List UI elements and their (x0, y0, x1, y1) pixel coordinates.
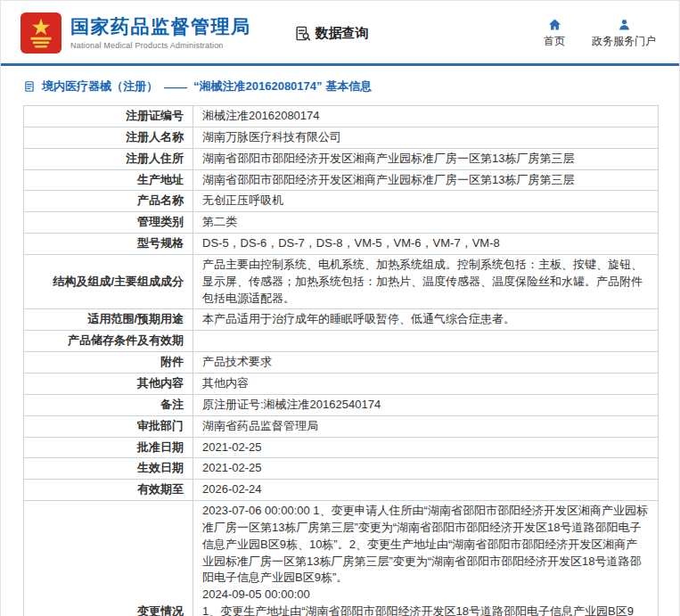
row-value: 原注册证号:湘械注准20162540174 (193, 394, 659, 415)
table-row: 生产地址湖南省邵阳市邵阳经济开发区湘商产业园标准厂房一区第13栋厂房第三层 (24, 169, 659, 191)
nav-item-label: 政务服务门户 (592, 34, 656, 49)
row-value: DS-5，DS-6，DS-7，DS-8，VM-5，VM-6，VM-7，VM-8 (193, 234, 659, 255)
row-label: 产品名称 (24, 191, 193, 212)
org-name-zh: 国家药品监督管理局 (70, 16, 251, 37)
table-row: 注册人名称湖南万脉医疗科技有限公司 (24, 127, 659, 148)
row-label: 注册证编号 (24, 106, 193, 127)
nav-item-label: 首页 (544, 34, 565, 49)
row-label-text: 型号规格 (137, 236, 184, 250)
row-value: 2021-02-25 (193, 458, 659, 480)
row-label-text: 生效日期 (137, 461, 184, 474)
row-label: 变更情况 (24, 501, 193, 616)
nav-item-home[interactable]: 首页 (544, 18, 565, 49)
row-label: 注册人名称 (24, 127, 193, 148)
registration-info-table: 注册证编号湘械注准20162080174注册人名称湖南万脉医疗科技有限公司注册人… (23, 105, 659, 616)
table-row: 注册证编号湘械注准20162080174 (24, 106, 659, 127)
row-label: 生效日期 (24, 458, 193, 480)
row-value: 其他内容 (193, 373, 659, 394)
row-label-text: 批准日期 (137, 440, 184, 454)
row-label-text: 产品储存条件及有效期 (68, 333, 184, 347)
top-nav: 首页 政务服务门户 (544, 18, 660, 49)
row-value: 2026-02-24 (193, 480, 659, 501)
row-label: 审批部门 (24, 415, 193, 437)
row-value: 产品技术要求 (193, 352, 659, 374)
table-row: 适用范围/预期用途本产品适用于治疗成年的睡眠呼吸暂停、低通气综合症患者。 (24, 309, 659, 331)
table-row: 变更情况2023-07-06 00:00:00 1、变更申请人住所由“湖南省邵阳… (24, 501, 659, 616)
nmpa-logo (20, 12, 61, 53)
nav-item-portal[interactable]: 政务服务门户 (592, 18, 656, 49)
table-row: 管理类别第二类 (24, 212, 659, 234)
row-label: 生产地址 (24, 169, 193, 191)
row-label-text: 注册人住所 (126, 152, 184, 165)
row-label-text: 有效期至 (137, 482, 184, 496)
table-row: 生效日期2021-02-25 (24, 458, 659, 480)
row-value: 2023-07-06 00:00:00 1、变更申请人住所由“湖南省邵阳市邵阳经… (193, 501, 659, 616)
breadcrumb-separator: —— (164, 80, 187, 94)
national-emblem-icon (20, 12, 61, 53)
row-label-text: 备注 (160, 398, 184, 411)
row-label: 产品储存条件及有效期 (24, 331, 193, 352)
row-label: 附件 (24, 352, 193, 374)
table-row: 审批部门湖南省药品监督管理局 (24, 415, 659, 437)
row-label-text: 审批部门 (137, 419, 184, 432)
row-label: 型号规格 (24, 234, 193, 255)
document-icon (23, 80, 36, 93)
row-label: 注册人住所 (24, 148, 193, 169)
row-value: 湖南万脉医疗科技有限公司 (193, 127, 659, 148)
table-row: 产品储存条件及有效期 (24, 331, 659, 352)
row-label-text: 注册人名称 (126, 130, 184, 144)
row-value: 2021-02-25 (193, 437, 659, 458)
row-label-text: 附件 (160, 355, 184, 368)
row-label-text: 其他内容 (137, 376, 184, 390)
data-query-tab[interactable]: 数据查询 (294, 25, 369, 42)
row-value: 湘械注准20162080174 (193, 106, 659, 127)
table-row: 备注原注册证号:湘械注准20162540174 (24, 394, 659, 415)
table-row: 注册人住所湖南省邵阳市邵阳经济开发区湘商产业园标准厂房一区第13栋厂房第三层 (24, 148, 659, 169)
data-query-label: 数据查询 (315, 25, 369, 42)
row-value: 湖南省药品监督管理局 (193, 415, 659, 437)
row-label: 其他内容 (24, 373, 193, 394)
document-search-icon (294, 25, 311, 42)
row-label: 有效期至 (24, 480, 193, 501)
user-icon (618, 18, 631, 31)
row-label: 备注 (24, 394, 193, 415)
breadcrumb-category[interactable]: 境内医疗器械（注册） (42, 78, 158, 94)
table-row: 批准日期2021-02-25 (24, 437, 659, 458)
table-row: 附件产品技术要求 (24, 352, 659, 374)
row-label-text: 适用范围/预期用途 (87, 312, 184, 325)
row-value: 湖南省邵阳市邵阳经济开发区湘商产业园标准厂房一区第13栋厂房第三层 (193, 148, 659, 169)
home-icon (548, 18, 561, 31)
table-row: 型号规格DS-5，DS-6，DS-7，DS-8，VM-5，VM-6，VM-7，V… (24, 234, 659, 255)
row-label-text: 变更情况 (137, 604, 184, 616)
org-names: 国家药品监督管理局 National Medical Products Admi… (70, 16, 251, 49)
row-label-text: 产品名称 (137, 193, 184, 207)
row-value (193, 331, 659, 352)
row-label-text: 管理类别 (137, 215, 184, 228)
row-label-text: 生产地址 (137, 173, 184, 186)
breadcrumb-current: “湘械注准20162080174” 基本信息 (193, 78, 372, 94)
org-name-en: National Medical Products Administration (70, 41, 251, 50)
row-value: 本产品适用于治疗成年的睡眠呼吸暂停、低通气综合症患者。 (193, 309, 659, 331)
row-label-text: 结构及组成/主要组成成分 (53, 275, 184, 288)
info-table-body: 注册证编号湘械注准20162080174注册人名称湖南万脉医疗科技有限公司注册人… (24, 106, 659, 616)
row-value: 产品主要由控制系统、电机系统、加热系统组成。控制系统包括：主板、按键、旋钮、显示… (193, 254, 659, 309)
row-label: 管理类别 (24, 212, 193, 234)
row-label: 批准日期 (24, 437, 193, 458)
row-value: 第二类 (193, 212, 659, 234)
row-label: 适用范围/预期用途 (24, 309, 193, 331)
row-label-text: 注册证编号 (126, 109, 184, 122)
row-value: 无创正压呼吸机 (193, 191, 659, 212)
table-row: 产品名称无创正压呼吸机 (24, 191, 659, 212)
breadcrumb: 境内医疗器械（注册） —— “湘械注准20162080174” 基本信息 (1, 66, 679, 103)
header: 国家药品监督管理局 National Medical Products Admi… (1, 1, 679, 66)
table-row: 有效期至2026-02-24 (24, 480, 659, 501)
table-row: 结构及组成/主要组成成分产品主要由控制系统、电机系统、加热系统组成。控制系统包括… (24, 254, 659, 309)
row-label: 结构及组成/主要组成成分 (24, 254, 193, 309)
row-value: 湖南省邵阳市邵阳经济开发区湘商产业园标准厂房一区第13栋厂房第三层 (193, 169, 659, 191)
table-row: 其他内容其他内容 (24, 373, 659, 394)
